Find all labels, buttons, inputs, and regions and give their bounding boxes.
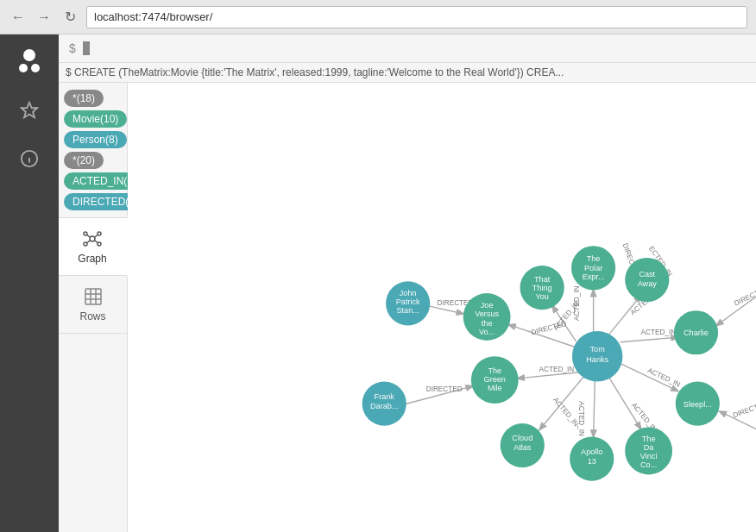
edge-label-tom-charlie: ACTED_IN <box>640 329 676 337</box>
node-joe-label4: Vo... <box>479 328 495 336</box>
svg-rect-13 <box>85 289 101 304</box>
main-content: $ $ CREATE (TheMatrix:Movie {title:'The … <box>59 34 756 532</box>
movie-badge[interactable]: Movie(10) <box>64 110 127 128</box>
node-joe-label1: Joe <box>481 301 494 310</box>
node-frank-label2: Darab... <box>370 402 398 410</box>
svg-point-5 <box>84 232 87 235</box>
svg-line-10 <box>95 235 98 238</box>
logo-dot-top <box>23 49 35 61</box>
node-charlie-label: Charlie <box>684 329 709 337</box>
node-tom-label1: Tom <box>590 345 605 354</box>
node-davinci-label3: Vinci <box>640 452 658 460</box>
node-badges-section: *(18) Movie(10) Person(8) *(20) ACTED_IN… <box>59 83 127 218</box>
edge-tom-charlie <box>621 337 678 341</box>
address-bar[interactable] <box>86 6 747 28</box>
node-cloudatlas-label2: Atlas <box>513 443 532 452</box>
query-cursor <box>83 41 90 55</box>
node-joe-label2: Versus <box>475 310 499 318</box>
all-nodes-badge[interactable]: *(18) <box>64 90 104 107</box>
neo4j-logo <box>12 43 47 78</box>
sidebar <box>0 34 59 532</box>
logo-dot-left <box>19 64 28 72</box>
query-bar: $ <box>59 34 756 63</box>
node-greenmile-label3: Mile <box>488 384 502 392</box>
edge-label-frank-greenmile: DIRECTED <box>426 385 463 393</box>
edge-tom-castaway <box>605 296 640 339</box>
tab-bar: *(18) Movie(10) Person(8) *(20) ACTED_IN… <box>59 83 128 532</box>
edge-label-mike-charlie: DIRECTED <box>733 285 756 308</box>
svg-line-12 <box>95 241 98 243</box>
node-cloudatlas-label1: Cloud <box>512 434 532 442</box>
person-badge[interactable]: Person(8) <box>64 131 127 148</box>
node-thatyou-label1: That <box>534 275 551 284</box>
node-john-label3: Stan... <box>396 306 419 315</box>
query-result-header: $ CREATE (TheMatrix:Movie {title:'The Ma… <box>59 63 756 83</box>
node-apollo-label2: 13 <box>588 457 596 466</box>
svg-point-7 <box>84 242 87 246</box>
node-polar-label2: Polar <box>584 264 602 272</box>
info-icon[interactable] <box>14 143 45 174</box>
node-davinci-label2: Da <box>644 443 655 452</box>
forward-button[interactable]: → <box>35 8 54 27</box>
edge-label-tom-apollo: ACTED_IN <box>577 401 585 436</box>
node-polar-label3: Expr... <box>583 272 605 281</box>
svg-point-4 <box>90 236 95 241</box>
node-greenmile-label1: The <box>488 366 501 375</box>
node-greenmile-label2: Green <box>484 375 506 384</box>
edge-label-tom-joe: DIRECTED <box>530 320 567 337</box>
graph-tab-label: Graph <box>78 253 106 265</box>
svg-line-9 <box>87 235 90 238</box>
node-john-label1: John <box>400 289 417 297</box>
svg-point-6 <box>98 232 101 235</box>
svg-marker-0 <box>22 103 37 117</box>
node-frank-label1: Frank <box>375 392 395 401</box>
edge-label-tom-cloudatlas: ACTED_IN <box>551 396 580 428</box>
svg-line-11 <box>87 241 90 243</box>
rows-tab[interactable]: Rows <box>59 276 127 334</box>
rows-tab-label: Rows <box>79 310 105 322</box>
tabs-panel: *(18) Movie(10) Person(8) *(20) ACTED_IN… <box>59 83 756 532</box>
browser-chrome: ← → ↻ <box>0 0 756 34</box>
graph-svg: ACTED_IN ACTED_IN ACTED_IN DIRECTED ACTE… <box>128 83 756 532</box>
edge-john-joe <box>428 306 463 314</box>
node-thatyou-label2: Thing <box>532 284 552 292</box>
graph-tab[interactable]: Graph <box>59 218 128 276</box>
node-davinci-label1: The <box>642 435 656 443</box>
edge-label-nora-sleepl: DIRECTED <box>732 400 756 420</box>
node-badge-row: *(18) Movie(10) Person(8) <box>64 90 122 148</box>
refresh-button[interactable]: ↻ <box>60 8 79 27</box>
all-rels-badge[interactable]: *(20) <box>64 152 104 169</box>
node-apollo-label1: Apollo <box>581 448 602 456</box>
logo-dot-right <box>31 64 40 72</box>
result-query-text: $ CREATE (TheMatrix:Movie {title:'The Ma… <box>66 66 564 78</box>
favorites-icon[interactable] <box>14 95 45 126</box>
logo-dot-row <box>19 64 40 72</box>
edge-tom-apollo <box>594 377 595 437</box>
node-tom-label2: Hanks <box>586 355 608 364</box>
node-sleepl-label: Sleepl... <box>684 400 712 409</box>
query-prompt: $ <box>69 41 76 55</box>
node-john-label2: Patrick <box>396 297 420 306</box>
svg-point-8 <box>98 242 101 246</box>
node-davinci-label4: Co... <box>640 460 657 469</box>
graph-canvas[interactable]: ACTED_IN ACTED_IN ACTED_IN DIRECTED ACTE… <box>128 83 756 532</box>
node-cast-away-label: Cast <box>639 270 655 279</box>
edge-label-tom-sleepl: ACTED_IN <box>646 366 682 388</box>
node-polar-label1: The <box>587 254 601 263</box>
node-thatyou-label3: You <box>535 292 548 301</box>
back-button[interactable]: ← <box>9 8 28 27</box>
rel-badge-row: *(20) ACTED_IN(10) DIRECTED(10) <box>64 152 122 210</box>
edge-label-tom-greenmile: ACTED_IN <box>539 366 574 373</box>
node-joe-label3: the <box>482 319 493 328</box>
node-cast-away-label2: Away <box>638 279 658 288</box>
app-body: $ $ CREATE (TheMatrix:Movie {title:'The … <box>0 34 756 532</box>
